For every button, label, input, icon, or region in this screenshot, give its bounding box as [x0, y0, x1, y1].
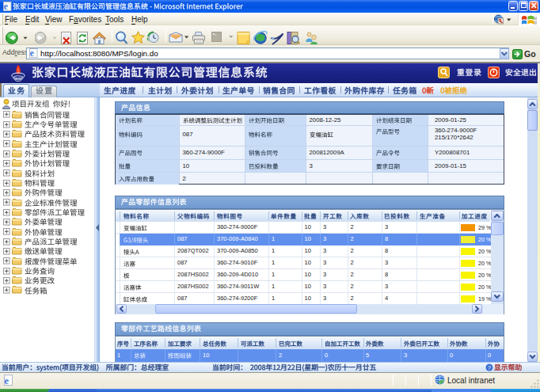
svg-text:e: e: [4, 2, 8, 11]
svg-text:e: e: [30, 48, 34, 58]
svg-text:e: e: [5, 375, 10, 386]
svg-text:?: ?: [488, 364, 491, 371]
